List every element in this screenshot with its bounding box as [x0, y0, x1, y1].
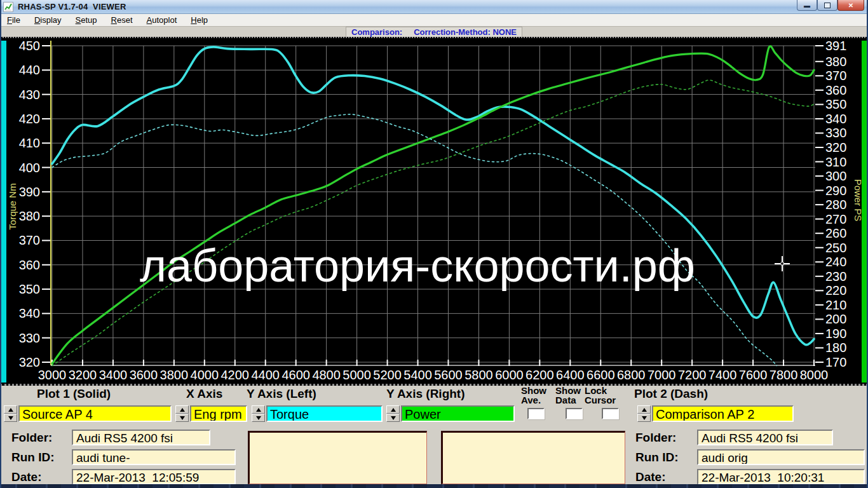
svg-text:4200: 4200 — [221, 368, 250, 382]
menu-help[interactable]: Help — [184, 15, 215, 26]
show-ave-checkbox[interactable] — [527, 408, 545, 419]
window-border-left — [0, 0, 1, 488]
svg-text:330: 330 — [19, 331, 40, 345]
series-solid-left — [52, 47, 814, 345]
menu-display[interactable]: Display — [27, 15, 69, 26]
svg-text:430: 430 — [19, 88, 40, 102]
svg-text:6600: 6600 — [587, 368, 615, 382]
svg-text:310: 310 — [825, 155, 846, 169]
svg-text:4800: 4800 — [312, 368, 341, 382]
yaxis-left-spinner-down[interactable] — [252, 414, 265, 422]
plot-canvas[interactable]: 4504404304204104003903803703603503403303… — [0, 38, 868, 384]
svg-text:420: 420 — [19, 112, 40, 126]
svg-text:220: 220 — [825, 283, 846, 297]
plot2-source-field[interactable]: Comparison AP 2 — [652, 405, 794, 422]
svg-text:7600: 7600 — [739, 368, 768, 382]
yaxis-right-field[interactable]: Power — [401, 405, 515, 422]
svg-text:290: 290 — [825, 184, 846, 198]
svg-text:270: 270 — [825, 212, 846, 226]
svg-text:280: 280 — [825, 198, 846, 212]
svg-text:4400: 4400 — [251, 368, 280, 382]
svg-text:240: 240 — [825, 255, 846, 269]
svg-text:380: 380 — [825, 55, 846, 69]
show-data-checkbox[interactable] — [566, 408, 583, 419]
watermark-text: лаборатория-скорости.рф — [140, 240, 695, 292]
svg-text:6400: 6400 — [556, 368, 585, 382]
run2-folder-label: Folder: — [635, 431, 676, 445]
svg-text:360: 360 — [19, 258, 40, 272]
svg-text:230: 230 — [825, 269, 846, 283]
menu-autoplot[interactable]: Autoplot — [140, 15, 184, 26]
svg-text:391: 391 — [825, 39, 846, 53]
plot1-note-box[interactable] — [248, 431, 427, 484]
xaxis-field[interactable]: Eng rpm — [190, 405, 247, 422]
lock-cursor-checkbox[interactable] — [602, 408, 619, 419]
svg-text:5000: 5000 — [342, 368, 371, 382]
yaxis-left-spinner — [252, 405, 265, 422]
yaxis-right-spinner-up[interactable] — [386, 405, 400, 414]
xaxis-spinner — [175, 405, 189, 422]
menu-setup[interactable]: Setup — [69, 15, 104, 26]
close-button[interactable]: ✕ — [837, 0, 864, 11]
minimize-button[interactable]: ▬ — [797, 0, 817, 11]
control-panel: Plot 1 (Solid) X Axis Y Axis (Left) Y Ax… — [0, 386, 868, 484]
yaxis-left-header: Y Axis (Left) — [247, 387, 316, 401]
dyno-chart[interactable]: 4504404304204104003903803703603503403303… — [0, 37, 868, 386]
svg-text:380: 380 — [19, 209, 40, 223]
menu-file[interactable]: File — [0, 15, 27, 26]
lock-cursor-header: LockCursor — [585, 386, 616, 405]
run2-folder-field[interactable]: Audi RS5 4200 fsi — [697, 430, 833, 445]
svg-text:320: 320 — [825, 140, 846, 154]
series-dash-right — [52, 80, 814, 366]
run1-date-label: Date: — [11, 470, 42, 484]
taskbar-sliver[interactable] — [0, 484, 868, 488]
plot2-source-spinner-down[interactable] — [637, 414, 651, 422]
title-bar[interactable]: RHAS-SP V1.7-04 VIEWER ▬ ✕ — [0, 0, 868, 14]
plot2-source-spinner-up[interactable] — [637, 405, 651, 414]
run1-folder-label: Folder: — [11, 431, 52, 445]
svg-text:320: 320 — [19, 355, 40, 369]
plot1-source-field[interactable]: Source AP 4 — [18, 405, 172, 422]
svg-text:170: 170 — [825, 355, 846, 369]
svg-text:350: 350 — [19, 282, 40, 296]
xaxis-spinner-down[interactable] — [175, 414, 189, 422]
yaxis-left-field[interactable]: Torque — [266, 405, 383, 422]
svg-text:360: 360 — [825, 83, 846, 97]
comparison-banner-text: Comparison: Correction-Method: NONE — [351, 28, 517, 36]
left-axis-color-strip — [1, 41, 6, 383]
svg-text:3800: 3800 — [160, 368, 189, 382]
svg-text:300: 300 — [825, 169, 846, 183]
right-axis-color-strip — [862, 41, 867, 383]
xaxis-spinner-up[interactable] — [175, 405, 189, 414]
restore-button[interactable] — [817, 0, 837, 11]
yaxis-right-spinner — [386, 405, 400, 422]
run2-date-field[interactable]: 22-Mar-2013 10:20:31 — [697, 469, 865, 485]
svg-text:180: 180 — [825, 341, 846, 355]
plot2-header: Plot 2 (Dash) — [634, 387, 708, 401]
run1-runid-field[interactable]: audi tune- — [72, 449, 236, 465]
show-ave-header: ShowAve. — [521, 386, 546, 405]
svg-text:6800: 6800 — [617, 368, 646, 382]
plot1-source-spinner-down[interactable] — [4, 414, 17, 422]
svg-text:200: 200 — [825, 312, 846, 326]
rhas-sp-viewer-window: RHAS-SP V1.7-04 VIEWER ▬ ✕ File Display … — [0, 0, 868, 488]
run2-date-label: Date: — [635, 470, 666, 484]
yaxis-left-spinner-up[interactable] — [252, 405, 265, 414]
svg-text:8000: 8000 — [800, 368, 829, 382]
plot2-note-box[interactable] — [441, 431, 625, 484]
svg-text:7800: 7800 — [770, 368, 798, 382]
run2-runid-field[interactable]: audi orig — [697, 449, 865, 465]
xaxis-header: X Axis — [186, 387, 222, 401]
run1-folder-field[interactable]: Audi RS5 4200 fsi — [72, 430, 210, 445]
run2-runid-label: Run ID: — [635, 451, 679, 464]
window-title: RHAS-SP V1.7-04 VIEWER — [18, 2, 126, 11]
run1-date-field[interactable]: 22-Mar-2013 12:05:59 — [72, 469, 236, 485]
plot1-header: Plot 1 (Solid) — [37, 387, 111, 401]
svg-text:6000: 6000 — [495, 368, 524, 382]
svg-text:400: 400 — [19, 161, 40, 175]
svg-text:190: 190 — [825, 327, 846, 341]
yaxis-right-spinner-down[interactable] — [386, 414, 400, 422]
svg-text:4000: 4000 — [191, 368, 219, 382]
plot1-source-spinner-up[interactable] — [4, 405, 17, 414]
menu-reset[interactable]: Reset — [104, 15, 140, 26]
